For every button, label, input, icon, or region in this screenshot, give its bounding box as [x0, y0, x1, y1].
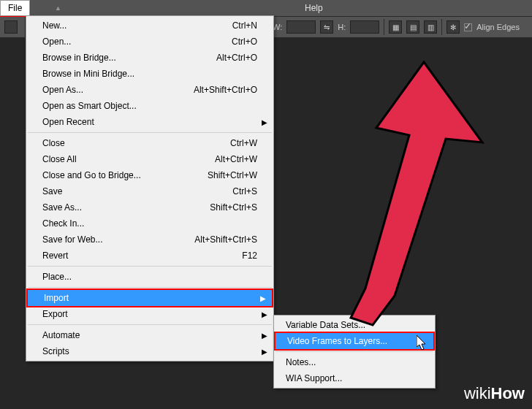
menu-divider — [28, 324, 272, 325]
toolbar-icon-button[interactable] — [4, 20, 18, 34]
triangle-up-icon: ▲ — [55, 4, 61, 12]
submenu-item-notes[interactable]: Notes... — [274, 354, 435, 370]
submenu-arrow-icon: ▶ — [262, 348, 267, 356]
menu-item-open-smart-object[interactable]: Open as Smart Object... — [26, 98, 273, 114]
height-input[interactable] — [350, 20, 379, 34]
align-icon-2[interactable]: ▤ — [406, 20, 419, 34]
width-input[interactable] — [286, 20, 316, 34]
align-icon-3[interactable]: ▥ — [424, 20, 437, 34]
menu-item-browse-bridge[interactable]: Browse in Bridge...Alt+Ctrl+O — [26, 50, 273, 66]
menu-item-save-for-web[interactable]: Save for Web...Alt+Shift+Ctrl+S — [26, 232, 273, 248]
menu-item-automate[interactable]: Automate▶ — [26, 327, 273, 343]
menu-item-import[interactable]: Import▶ — [28, 290, 272, 306]
annotation-arrow-icon — [314, 55, 497, 332]
file-menu-dropdown: New...Ctrl+N Open...Ctrl+O Browse in Bri… — [26, 15, 274, 362]
menu-item-check-in[interactable]: Check In... — [26, 215, 273, 232]
menu-item-open[interactable]: Open...Ctrl+O — [26, 34, 273, 50]
gear-icon[interactable]: ✻ — [446, 20, 460, 34]
link-icon[interactable]: ⇋ — [320, 20, 333, 34]
menu-item-new[interactable]: New...Ctrl+N — [26, 18, 273, 34]
menu-divider — [276, 351, 433, 352]
menu-divider — [28, 287, 272, 288]
submenu-item-wia-support[interactable]: WIA Support... — [274, 370, 435, 386]
menu-item-close-bridge[interactable]: Close and Go to Bridge...Shift+Ctrl+W — [26, 167, 273, 183]
menu-file[interactable]: File — [0, 0, 30, 16]
submenu-item-video-frames-to-layers[interactable]: Video Frames to Layers... — [276, 333, 433, 349]
menu-help[interactable]: Help — [305, 3, 323, 13]
align-edges-checkbox[interactable] — [464, 23, 472, 31]
menu-item-browse-mini-bridge[interactable]: Browse in Mini Bridge... — [26, 66, 273, 82]
menu-item-save-as[interactable]: Save As...Shift+Ctrl+S — [26, 199, 273, 215]
wikihow-watermark: wikiHow — [464, 384, 525, 403]
menu-file-label: File — [8, 3, 22, 13]
height-label: H: — [338, 23, 346, 31]
align-icon[interactable]: ▦ — [389, 20, 402, 34]
mouse-cursor-icon — [417, 335, 430, 351]
menu-item-revert[interactable]: RevertF12 — [26, 248, 273, 264]
menu-item-open-recent[interactable]: Open Recent▶ — [26, 114, 273, 130]
submenu-arrow-icon: ▶ — [262, 118, 267, 126]
menu-divider — [28, 132, 272, 133]
menu-item-close-all[interactable]: Close AllAlt+Ctrl+W — [26, 151, 273, 167]
menubar: File ▲ Help — [0, 0, 532, 16]
submenu-arrow-icon: ▶ — [262, 310, 267, 318]
submenu-arrow-icon: ▶ — [262, 332, 267, 340]
menu-item-close[interactable]: CloseCtrl+W — [26, 135, 273, 151]
submenu-arrow-icon: ▶ — [260, 294, 266, 302]
menu-item-place[interactable]: Place... — [26, 269, 273, 285]
menu-divider — [28, 266, 272, 267]
menu-item-scripts[interactable]: Scripts▶ — [26, 343, 273, 359]
menu-item-export[interactable]: Export▶ — [26, 306, 273, 322]
menu-item-open-as[interactable]: Open As...Alt+Shift+Ctrl+O — [26, 82, 273, 98]
align-edges-label: Align Edges — [476, 23, 520, 31]
menu-item-save[interactable]: SaveCtrl+S — [26, 183, 273, 199]
